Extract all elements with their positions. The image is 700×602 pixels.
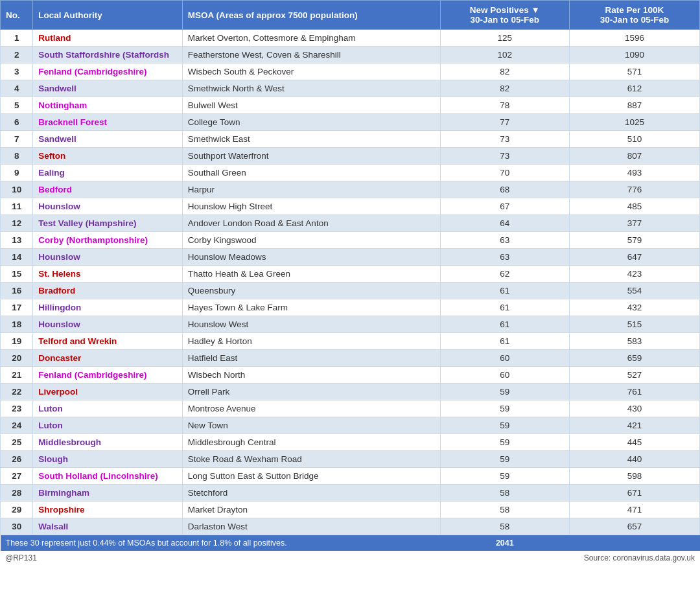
row-number: 9 <box>1 165 33 181</box>
row-number: 6 <box>1 114 33 131</box>
row-msoa: Hatfield East <box>182 350 440 367</box>
row-positives: 59 <box>440 451 569 468</box>
row-positives: 82 <box>440 80 569 97</box>
row-authority: Ealing <box>33 165 182 181</box>
table-row: 7SandwellSmethwick East73510 <box>1 131 700 148</box>
row-rate: 430 <box>569 400 699 417</box>
row-rate: 421 <box>569 417 699 434</box>
row-positives: 59 <box>440 417 569 434</box>
row-positives: 58 <box>440 518 569 535</box>
row-msoa: Smethwick North & West <box>182 80 440 97</box>
row-msoa: Hounslow West <box>182 316 440 333</box>
row-number: 8 <box>1 148 33 165</box>
row-authority: Bracknell Forest <box>33 114 182 131</box>
row-msoa: Long Sutton East & Sutton Bridge <box>182 468 440 485</box>
table-footer-row: These 30 represent just 0.44% of MSOAs b… <box>1 535 700 551</box>
table-row: 22LiverpoolOrrell Park59761 <box>1 384 700 400</box>
row-positives: 102 <box>440 47 569 64</box>
row-msoa: Featherstone West, Coven & Shareshill <box>182 47 440 64</box>
col-authority-header: Local Authority <box>33 1 182 30</box>
row-number: 11 <box>1 198 33 215</box>
row-authority: Rutland <box>33 30 182 47</box>
row-authority: Luton <box>33 417 182 434</box>
row-authority: Test Valley (Hampshire) <box>33 215 182 232</box>
row-positives: 63 <box>440 232 569 249</box>
row-rate: 554 <box>569 283 699 299</box>
col-no-header: No. <box>1 1 33 30</box>
row-number: 25 <box>1 434 33 451</box>
row-positives: 68 <box>440 181 569 198</box>
row-msoa: Hayes Town & Lake Farm <box>182 299 440 316</box>
table-row: 10BedfordHarpur68776 <box>1 181 700 198</box>
row-positives: 77 <box>440 114 569 131</box>
row-msoa: Hadley & Horton <box>182 333 440 350</box>
row-number: 30 <box>1 518 33 535</box>
row-rate: 1025 <box>569 114 699 131</box>
row-rate: 1090 <box>569 47 699 64</box>
table-row: 24LutonNew Town59421 <box>1 417 700 434</box>
row-number: 5 <box>1 97 33 114</box>
table-row: 4SandwellSmethwick North & West82612 <box>1 80 700 97</box>
row-rate: 377 <box>569 215 699 232</box>
bottom-bar: @RP131 Source: coronavirus.data.gov.uk <box>0 551 700 565</box>
row-positives: 61 <box>440 283 569 299</box>
table-row: 27South Holland (Lincolnshire)Long Sutto… <box>1 468 700 485</box>
row-authority: Hounslow <box>33 249 182 266</box>
row-authority: Bedford <box>33 181 182 198</box>
row-authority: Liverpool <box>33 384 182 400</box>
row-positives: 58 <box>440 485 569 502</box>
row-msoa: Corby Kingswood <box>182 232 440 249</box>
row-rate: 515 <box>569 316 699 333</box>
row-msoa: Stoke Road & Wexham Road <box>182 451 440 468</box>
row-msoa: Wisbech South & Peckover <box>182 64 440 80</box>
row-positives: 82 <box>440 64 569 80</box>
row-rate: 776 <box>569 181 699 198</box>
row-rate: 659 <box>569 350 699 367</box>
row-number: 24 <box>1 417 33 434</box>
row-rate: 583 <box>569 333 699 350</box>
row-authority: Fenland (Cambridgeshire) <box>33 367 182 384</box>
row-number: 22 <box>1 384 33 400</box>
row-msoa: Stetchford <box>182 485 440 502</box>
table-body: 1RutlandMarket Overton, Cottesmore & Emp… <box>1 30 700 535</box>
row-rate: 485 <box>569 198 699 215</box>
row-positives: 59 <box>440 468 569 485</box>
row-number: 10 <box>1 181 33 198</box>
row-number: 16 <box>1 283 33 299</box>
row-positives: 61 <box>440 333 569 350</box>
table-row: 29ShropshireMarket Drayton58471 <box>1 502 700 518</box>
row-positives: 61 <box>440 316 569 333</box>
row-rate: 657 <box>569 518 699 535</box>
row-authority: Corby (Northamptonshire) <box>33 232 182 249</box>
row-msoa: Wisbech North <box>182 367 440 384</box>
row-msoa: Hounslow High Street <box>182 198 440 215</box>
table-row: 23LutonMontrose Avenue59430 <box>1 400 700 417</box>
row-authority: St. Helens <box>33 266 182 283</box>
row-msoa: Bulwell West <box>182 97 440 114</box>
row-number: 17 <box>1 299 33 316</box>
row-positives: 59 <box>440 434 569 451</box>
footer-total: 2041 <box>440 535 569 551</box>
row-rate: 579 <box>569 232 699 249</box>
row-authority: Birmingham <box>33 485 182 502</box>
row-msoa: Harpur <box>182 181 440 198</box>
table-row: 11HounslowHounslow High Street67485 <box>1 198 700 215</box>
footer-note: These 30 represent just 0.44% of MSOAs b… <box>1 535 441 551</box>
row-authority: Fenland (Cambridgeshire) <box>33 64 182 80</box>
row-number: 7 <box>1 131 33 148</box>
row-rate: 471 <box>569 502 699 518</box>
row-rate: 423 <box>569 266 699 283</box>
row-authority: Telford and Wrekin <box>33 333 182 350</box>
row-positives: 58 <box>440 502 569 518</box>
row-number: 4 <box>1 80 33 97</box>
table-row: 19Telford and WrekinHadley & Horton61583 <box>1 333 700 350</box>
table-row: 12Test Valley (Hampshire)Andover London … <box>1 215 700 232</box>
row-rate: 671 <box>569 485 699 502</box>
row-positives: 70 <box>440 165 569 181</box>
col-positives-header: New Positives ▼ 30-Jan to 05-Feb <box>440 1 569 30</box>
row-msoa: Montrose Avenue <box>182 400 440 417</box>
main-container: No. Local Authority MSOA (Areas of appro… <box>0 0 700 565</box>
row-authority: Nottingham <box>33 97 182 114</box>
table-row: 8SeftonSouthport Waterfront73807 <box>1 148 700 165</box>
row-authority: Bradford <box>33 283 182 299</box>
